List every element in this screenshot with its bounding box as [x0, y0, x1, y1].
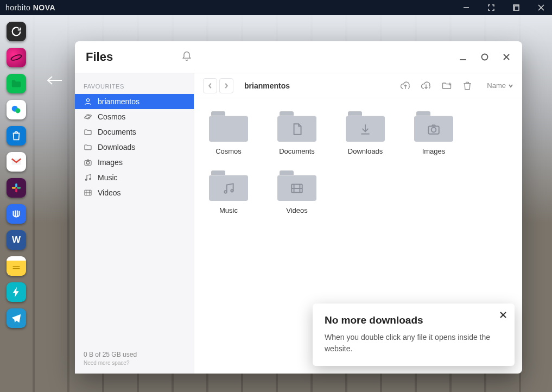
folder-item[interactable]: Cosmos [203, 111, 254, 155]
sidebar-item-label: Music [98, 173, 118, 182]
intercom-icon [10, 208, 22, 220]
sidebar-item-label: Images [98, 158, 123, 167]
music-icon [84, 173, 92, 182]
brand-suffix: NOVA [30, 3, 55, 12]
folder-icon [84, 128, 92, 136]
sidebar-item-label: Documents [98, 128, 136, 136]
dock-app-gmail[interactable] [7, 152, 26, 172]
sidebar-item-label: Videos [98, 188, 121, 197]
svg-point-21 [482, 54, 488, 60]
dock: W [7, 22, 26, 328]
storage-usage: 0 B of 25 GB used [84, 351, 137, 358]
os-titlebar: horbito NOVA [0, 0, 552, 15]
window-fullscreen-button[interactable] [486, 2, 497, 13]
delete-button[interactable] [460, 78, 475, 93]
dock-app-files[interactable] [7, 74, 26, 93]
dock-app-telegram[interactable] [7, 308, 26, 328]
folder-item[interactable]: Downloads [340, 111, 391, 155]
back-arrow-indicator [47, 75, 63, 88]
notification-toast: No more downloads When you double click … [313, 304, 515, 366]
slack-icon [10, 182, 22, 194]
dock-app-notes[interactable] [7, 256, 26, 276]
new-folder-button[interactable] [439, 78, 454, 93]
download-button[interactable] [418, 78, 434, 93]
upload-button[interactable] [398, 78, 413, 93]
svg-rect-12 [17, 187, 21, 189]
window-minimize-button[interactable] [461, 2, 472, 13]
sidebar-item-label: Cosmos [98, 112, 125, 121]
sidebar-item-videos[interactable]: Videos [75, 185, 194, 200]
svg-rect-9 [15, 184, 17, 187]
shopping-bag-icon [10, 130, 22, 142]
video-icon [84, 188, 92, 197]
sidebar-item-images[interactable]: Images [75, 155, 194, 170]
svg-point-24 [86, 99, 89, 102]
svg-point-30 [90, 178, 91, 180]
folder-label: Documents [279, 147, 315, 155]
folder-item[interactable]: Music [203, 170, 254, 214]
folder-icon [84, 143, 92, 151]
dock-app-intercom[interactable] [7, 204, 26, 224]
folder-label: Downloads [348, 147, 383, 155]
folder-icon [209, 111, 248, 142]
svg-point-42 [432, 127, 436, 132]
chat-icon [10, 104, 22, 116]
brand: horbito NOVA [5, 3, 55, 12]
toast-close-button[interactable] [499, 311, 507, 321]
files-window: Files FAVOURITES brianmentos Cosmos D [75, 41, 522, 374]
sidebar-item-label: Downloads [98, 143, 135, 151]
minimize-button[interactable] [458, 52, 468, 62]
breadcrumb: brianmentos [244, 81, 290, 90]
close-button[interactable] [502, 52, 511, 62]
cloud-upload-icon [400, 80, 411, 91]
toast-body: When you double click any file it opens … [325, 332, 503, 354]
video-icon [290, 181, 304, 195]
gmail-icon [10, 156, 22, 168]
telegram-icon [10, 312, 22, 324]
dock-app-refresh[interactable] [7, 22, 26, 41]
toolbar: brianmentos Name [194, 73, 522, 98]
window-controls [458, 52, 511, 62]
sort-dropdown[interactable]: Name [487, 81, 513, 90]
sidebar-item-documents[interactable]: Documents [75, 124, 194, 140]
dock-app-planet[interactable] [7, 48, 26, 67]
window-close-button[interactable] [536, 2, 547, 13]
svg-point-26 [84, 115, 92, 119]
svg-point-44 [231, 189, 233, 192]
trash-icon [462, 80, 473, 91]
svg-point-28 [86, 161, 89, 164]
notifications-button[interactable] [181, 50, 192, 64]
sidebar-item-downloads[interactable]: Downloads [75, 140, 194, 155]
sidebar: FAVOURITES brianmentos Cosmos Documents … [75, 73, 194, 374]
folder-icon [346, 111, 385, 142]
sidebar-item-cosmos[interactable]: Cosmos [75, 109, 194, 124]
maximize-button[interactable] [480, 52, 490, 62]
folder-item[interactable]: Videos [271, 170, 322, 214]
nav-forward-button[interactable] [219, 78, 233, 93]
folder-item[interactable]: Documents [271, 111, 322, 155]
dock-app-chat[interactable] [7, 100, 26, 119]
folder-label: Images [422, 147, 446, 155]
planet-icon [84, 112, 92, 121]
os-window-controls [461, 2, 547, 13]
svg-rect-10 [12, 187, 16, 189]
svg-rect-11 [15, 188, 17, 192]
window-maximize-button[interactable] [511, 2, 522, 13]
svg-point-43 [224, 191, 226, 193]
sidebar-item-label: brianmentos [98, 97, 139, 106]
sidebar-section-label: FAVOURITES [75, 79, 194, 94]
sidebar-item-music[interactable]: Music [75, 170, 194, 185]
dock-app-power[interactable] [7, 282, 26, 302]
folder-label: Music [219, 206, 238, 214]
document-icon [290, 122, 304, 136]
dock-app-slack[interactable] [7, 178, 26, 198]
music-icon [221, 181, 236, 195]
dock-app-word[interactable]: W [7, 230, 26, 250]
dock-app-store[interactable] [7, 126, 26, 146]
nav-back-button[interactable] [203, 78, 217, 93]
sidebar-item-brianmentos[interactable]: brianmentos [75, 94, 194, 109]
storage-upsell-link[interactable]: Need more space? [84, 360, 185, 366]
folder-item[interactable]: Images [408, 111, 459, 155]
folder-plus-icon [441, 80, 452, 91]
user-icon [84, 97, 92, 106]
